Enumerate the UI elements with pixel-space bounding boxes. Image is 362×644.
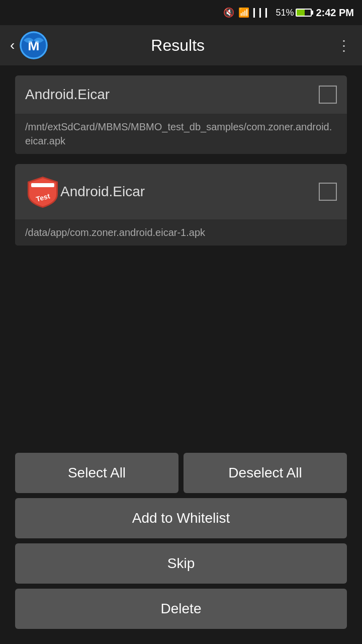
select-checkbox-2[interactable] <box>319 183 337 201</box>
battery-indicator: 51% <box>276 8 312 18</box>
select-checkbox-1[interactable] <box>319 86 337 104</box>
result-card-1: Android.Eicar /mnt/extSdCard/MBMS/MBMO_t… <box>15 75 347 154</box>
card-header-2: Test Android.Eicar <box>15 164 347 219</box>
results-list: Android.Eicar /mnt/extSdCard/MBMS/MBMO_t… <box>0 65 362 266</box>
nav-bar: ‹ M Results ⋮ <box>0 25 362 65</box>
battery-box <box>296 9 312 17</box>
wifi-icon: 📶 <box>238 7 249 18</box>
file-path-2: /data/app/com.zoner.android.eicar-1.apk <box>15 219 347 246</box>
app-icon-2: Test <box>25 174 60 209</box>
select-deselect-row: Select All Deselect All <box>15 453 347 493</box>
back-button[interactable]: ‹ <box>10 37 15 53</box>
battery-fill <box>297 10 304 16</box>
threat-name-2: Android.Eicar <box>60 184 319 200</box>
svg-rect-3 <box>31 183 54 187</box>
page-title: Results <box>49 36 307 55</box>
threat-name-1: Android.Eicar <box>25 87 319 103</box>
skip-button[interactable]: Skip <box>15 543 347 584</box>
signal-icon: ▎▎▎ <box>253 8 272 18</box>
overflow-menu-button[interactable]: ⋮ <box>337 37 352 54</box>
card-header-1: Android.Eicar <box>15 75 347 114</box>
add-to-whitelist-button[interactable]: Add to Whitelist <box>15 498 347 538</box>
time-display: 2:42 PM <box>316 7 354 19</box>
deselect-all-button[interactable]: Deselect All <box>184 453 347 493</box>
status-bar: 🔇 📶 ▎▎▎ 51% 2:42 PM <box>0 0 362 25</box>
battery-percent-text: 51% <box>276 8 294 18</box>
result-card-2: Test Android.Eicar /data/app/com.zoner.a… <box>15 164 347 246</box>
action-buttons: Select All Deselect All Add to Whitelist… <box>0 453 362 644</box>
file-path-1: /mnt/extSdCard/MBMS/MBMO_test_db_samples… <box>15 114 347 154</box>
delete-button[interactable]: Delete <box>15 589 347 629</box>
app-logo: M <box>19 30 49 60</box>
mute-icon: 🔇 <box>223 7 234 18</box>
select-all-button[interactable]: Select All <box>15 453 178 493</box>
